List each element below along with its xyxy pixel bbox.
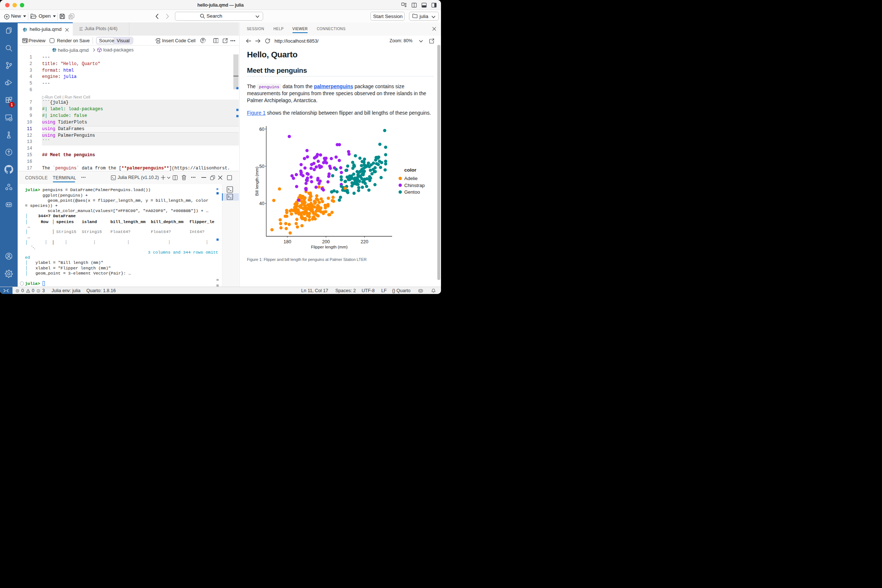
svg-text:color: color <box>404 167 417 173</box>
svg-text:Flipper length (mm): Flipper length (mm) <box>311 245 348 249</box>
svg-text:Bill length (mm): Bill length (mm) <box>255 166 259 195</box>
svg-text:Chinstrap: Chinstrap <box>404 182 425 188</box>
svg-text:60: 60 <box>260 126 265 132</box>
svg-text:220: 220 <box>360 239 368 244</box>
svg-text:Adelie: Adelie <box>404 176 417 181</box>
svg-text:50: 50 <box>260 164 265 169</box>
svg-text:200: 200 <box>322 239 330 244</box>
svg-text:40: 40 <box>260 201 265 206</box>
svg-text:180: 180 <box>284 239 291 244</box>
svg-text:Gentoo: Gentoo <box>404 189 420 195</box>
